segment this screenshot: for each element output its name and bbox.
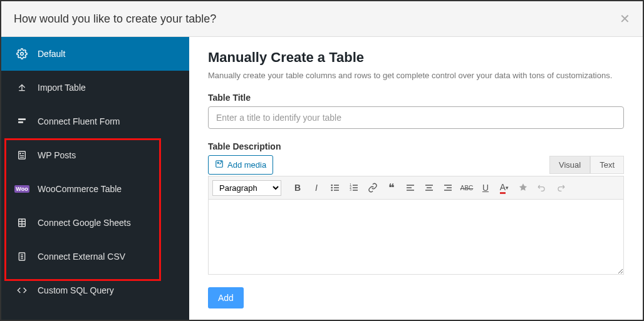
tab-text[interactable]: Text xyxy=(590,156,624,174)
bullet-list-button[interactable] xyxy=(326,179,344,196)
align-left-button[interactable] xyxy=(402,179,419,196)
posts-icon xyxy=(16,150,28,161)
sidebar-item-label: WP Posts xyxy=(38,150,76,160)
text-color-button[interactable]: A▾ xyxy=(496,179,513,196)
add-media-label: Add media xyxy=(227,160,266,170)
sidebar-item-sql-query[interactable]: Custom SQL Query xyxy=(1,273,189,307)
sidebar-item-wp-posts[interactable]: WP Posts xyxy=(1,138,189,172)
svg-point-10 xyxy=(331,187,332,188)
add-button[interactable]: Add xyxy=(208,287,244,308)
underline-button[interactable]: U xyxy=(477,179,494,196)
sidebar-item-fluent-form[interactable]: Connect Fluent Form xyxy=(1,104,189,138)
link-button[interactable] xyxy=(364,179,382,196)
sidebar-item-label: Connect External CSV xyxy=(38,252,125,262)
sheets-icon xyxy=(16,217,28,228)
sidebar-item-label: Import Table xyxy=(38,83,86,93)
sidebar-item-label: Default xyxy=(38,49,65,59)
svg-point-9 xyxy=(331,185,332,185)
gear-icon xyxy=(16,48,28,59)
paragraph-select[interactable]: Paragraph xyxy=(212,180,281,196)
table-title-label: Table Title xyxy=(208,93,624,103)
editor-tabs: Visual Text xyxy=(549,156,624,174)
modal-body: Default Import Table Connect Fluent Form… xyxy=(1,37,643,320)
close-icon: ✕ xyxy=(620,12,630,26)
form-icon xyxy=(16,116,28,127)
align-right-button[interactable] xyxy=(439,179,457,196)
sidebar-item-label: Connect Google Sheets xyxy=(38,218,131,228)
upload-icon xyxy=(16,82,28,93)
svg-point-0 xyxy=(21,53,24,56)
description-editor[interactable] xyxy=(208,200,624,275)
sidebar-item-label: WooCommerce Table xyxy=(38,184,122,194)
add-media-button[interactable]: Add media xyxy=(208,155,273,175)
sidebar: Default Import Table Connect Fluent Form… xyxy=(1,37,189,320)
strikethrough-button[interactable]: ABC xyxy=(458,179,475,196)
sidebar-item-label: Custom SQL Query xyxy=(38,285,114,295)
sidebar-item-external-csv[interactable]: Connect External CSV xyxy=(1,240,189,273)
svg-point-4 xyxy=(20,153,21,154)
quote-button[interactable]: ❝ xyxy=(383,179,400,196)
modal-title: How would you like to create your table? xyxy=(14,13,216,26)
table-desc-label: Table Description xyxy=(208,141,624,151)
number-list-button[interactable]: 123 xyxy=(345,179,363,196)
media-icon xyxy=(215,160,224,170)
modal-header: How would you like to create your table?… xyxy=(1,1,643,37)
sidebar-item-import[interactable]: Import Table xyxy=(1,71,189,104)
svg-rect-2 xyxy=(18,121,23,123)
redo-button[interactable] xyxy=(552,179,569,196)
svg-text:3: 3 xyxy=(350,188,351,191)
content-title: Manually Create a Table xyxy=(208,49,624,66)
create-table-modal: How would you like to create your table?… xyxy=(0,0,644,321)
editor-toolbar: Paragraph B I 123 ❝ xyxy=(208,176,624,200)
code-icon xyxy=(16,285,28,296)
tab-visual[interactable]: Visual xyxy=(549,156,590,174)
sidebar-item-default[interactable]: Default xyxy=(1,37,189,71)
editor-top-row: Add media Visual Text xyxy=(208,155,624,175)
woocommerce-icon: Woo xyxy=(16,183,28,195)
italic-button[interactable]: I xyxy=(308,179,325,196)
svg-point-11 xyxy=(331,190,332,190)
close-button[interactable]: ✕ xyxy=(620,11,630,26)
table-title-input[interactable] xyxy=(208,106,624,129)
undo-button[interactable] xyxy=(533,179,551,196)
align-center-button[interactable] xyxy=(420,179,438,196)
sidebar-item-google-sheets[interactable]: Connect Google Sheets xyxy=(1,206,189,240)
svg-rect-1 xyxy=(18,118,26,120)
sidebar-item-woocommerce[interactable]: Woo WooCommerce Table xyxy=(1,172,189,206)
csv-icon xyxy=(16,251,28,262)
clear-format-button[interactable] xyxy=(514,179,532,196)
sidebar-item-label: Connect Fluent Form xyxy=(38,116,120,126)
content-subtitle: Manually create your table columns and r… xyxy=(208,71,624,80)
svg-point-7 xyxy=(217,162,219,163)
content-area: Manually Create a Table Manually create … xyxy=(189,37,643,320)
bold-button[interactable]: B xyxy=(289,179,306,196)
